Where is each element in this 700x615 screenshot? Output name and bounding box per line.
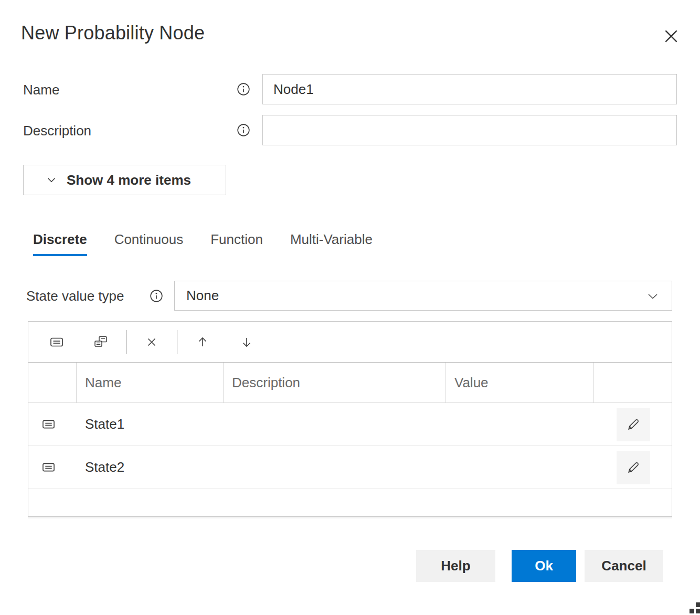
dialog-title: New Probability Node (21, 22, 205, 44)
ok-button[interactable]: Ok (512, 550, 576, 582)
show-more-items-label: Show 4 more items (67, 172, 191, 188)
delete-state-icon (145, 336, 158, 348)
add-state-icon (49, 336, 64, 348)
state-row-1[interactable]: State1 (28, 403, 672, 446)
state-value-type-dropdown[interactable]: None (174, 281, 672, 311)
help-button[interactable]: Help (416, 550, 495, 582)
state-row-2[interactable]: State2 (28, 446, 672, 489)
state-value-type-value: None (186, 288, 219, 304)
copy-state-button[interactable] (79, 327, 123, 357)
cancel-button[interactable]: Cancel (585, 550, 663, 582)
close-icon (662, 27, 680, 45)
column-header-description: Description (224, 363, 446, 402)
move-down-button[interactable] (225, 327, 269, 357)
move-up-icon (196, 335, 209, 349)
description-info-icon[interactable] (237, 123, 250, 137)
states-table-header: Name Description Value (28, 362, 672, 403)
pencil-icon (625, 417, 641, 432)
tab-continuous[interactable]: Continuous (114, 231, 184, 256)
close-button[interactable] (656, 22, 686, 51)
state-name: State2 (77, 459, 224, 475)
empty-state-row (28, 489, 672, 516)
state-value-type-label: State value type (26, 288, 124, 304)
description-input[interactable] (262, 115, 677, 145)
states-toolbar (28, 322, 672, 362)
chevron-down-icon (46, 174, 57, 186)
column-header-value: Value (446, 363, 594, 402)
column-header-selector (28, 363, 77, 402)
move-up-button[interactable] (181, 327, 225, 357)
add-state-button[interactable] (35, 327, 79, 357)
toolbar-separator (126, 330, 126, 354)
new-probability-node-dialog: New Probability Node Name Description Sh… (0, 0, 700, 615)
name-label: Name (23, 82, 59, 98)
toolbar-separator (177, 330, 177, 354)
state-value-type-info-icon[interactable] (150, 289, 163, 303)
show-more-items-button[interactable]: Show 4 more items (23, 165, 226, 195)
tab-bar: Discrete Continuous Function Multi-Varia… (33, 231, 373, 256)
tab-multi-variable[interactable]: Multi-Variable (290, 231, 373, 256)
tab-discrete[interactable]: Discrete (33, 231, 87, 256)
edit-state-button[interactable] (617, 451, 650, 484)
name-info-icon[interactable] (237, 82, 250, 96)
chevron-down-icon (645, 290, 660, 302)
state-card-icon (41, 461, 56, 473)
edit-state-button[interactable] (617, 408, 650, 441)
delete-state-button[interactable] (130, 327, 174, 357)
column-header-actions (594, 363, 673, 402)
name-input[interactable] (262, 74, 677, 104)
copy-state-icon (93, 335, 108, 349)
states-table: Name Description Value State1 (28, 321, 672, 517)
pencil-icon (625, 460, 641, 475)
tab-function[interactable]: Function (210, 231, 263, 256)
column-header-name: Name (77, 363, 224, 402)
state-name: State1 (77, 416, 224, 432)
move-down-icon (240, 335, 253, 349)
description-label: Description (23, 123, 91, 139)
state-card-icon (41, 418, 56, 430)
resize-grip[interactable] (683, 602, 700, 615)
